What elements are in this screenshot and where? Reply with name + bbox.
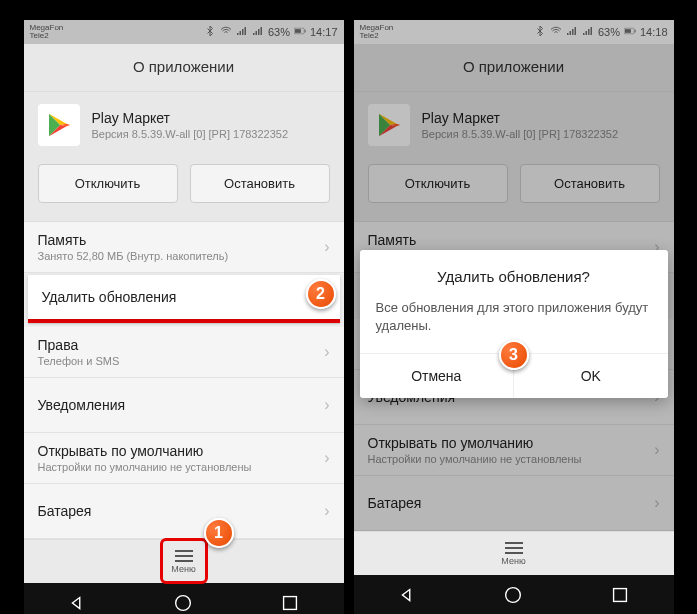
delete-updates-label: Удалить обновления — [28, 275, 340, 319]
bluetooth-icon — [534, 25, 546, 39]
open-default-title: Открывать по умолчанию — [38, 443, 252, 459]
annotation-badge-2: 2 — [306, 279, 336, 309]
delete-updates-popup[interactable]: Удалить обновления — [28, 275, 340, 319]
battery-text: 63% — [598, 26, 620, 38]
svg-point-14 — [506, 588, 521, 603]
svg-rect-10 — [635, 30, 636, 33]
svg-rect-9 — [625, 29, 631, 33]
home-icon[interactable] — [172, 592, 194, 614]
svg-rect-2 — [305, 30, 306, 33]
signal-icon-2 — [582, 25, 594, 39]
highlight-underline — [28, 319, 340, 323]
back-icon[interactable] — [396, 584, 418, 610]
memory-sub: Занято 52,80 МБ (Внутр. накопитель) — [38, 250, 229, 262]
svg-point-6 — [176, 596, 191, 611]
ok-button[interactable]: OK — [513, 354, 668, 398]
memory-title: Память — [38, 232, 229, 248]
open-default-sub: Настройки по умолчанию не установлены — [38, 461, 252, 473]
menu-bar[interactable]: 1 Меню — [24, 539, 344, 583]
rights-title: Права — [38, 337, 120, 353]
battery-title: Батарея — [38, 503, 92, 519]
wifi-icon — [220, 25, 232, 39]
highlight-menu — [160, 538, 208, 584]
chevron-right-icon: › — [324, 449, 329, 467]
battery-icon — [624, 25, 636, 39]
signal-icon — [566, 25, 578, 39]
chevron-right-icon: › — [324, 396, 329, 414]
back-icon[interactable] — [66, 592, 88, 614]
svg-rect-15 — [614, 589, 627, 602]
chevron-right-icon: › — [324, 502, 329, 520]
hamburger-icon — [505, 542, 523, 554]
dialog-title: Удалить обновления? — [360, 250, 668, 295]
screen-right: MegaFon Tele2 63% 14:18 О приложении Pla… — [354, 20, 674, 614]
signal-icon-2 — [252, 25, 264, 39]
battery-text: 63% — [268, 26, 290, 38]
cancel-button[interactable]: Отмена — [360, 354, 514, 398]
annotation-badge-3: 3 — [499, 340, 529, 370]
status-bar: MegaFon Tele2 63% 14:17 — [24, 20, 344, 44]
battery-icon — [294, 25, 306, 39]
signal-icon — [236, 25, 248, 39]
row-memory[interactable]: Память Занято 52,80 МБ (Внутр. накопител… — [24, 222, 344, 273]
app-name: Play Маркет — [92, 110, 289, 126]
stop-button[interactable]: Остановить — [190, 164, 330, 203]
row-rights[interactable]: Права Телефон и SMS › — [24, 327, 344, 378]
screen-left: MegaFon Tele2 63% 14:17 О приложении — [24, 20, 344, 614]
disable-button[interactable]: Отключить — [38, 164, 178, 203]
recent-icon[interactable] — [279, 592, 301, 614]
recent-icon[interactable] — [609, 584, 631, 610]
menu-bar[interactable]: Меню — [354, 531, 674, 575]
play-store-icon — [38, 104, 80, 146]
nav-bar — [354, 575, 674, 614]
annotation-badge-1: 1 — [204, 518, 234, 548]
carrier-2: Tele2 — [30, 32, 64, 40]
status-bar: MegaFon Tele2 63% 14:18 — [354, 20, 674, 44]
row-battery[interactable]: Батарея › — [24, 484, 344, 539]
chevron-right-icon: › — [324, 343, 329, 361]
page-title: О приложении — [24, 44, 344, 92]
clock: 14:18 — [640, 26, 668, 38]
svg-rect-7 — [284, 597, 297, 610]
app-version: Версия 8.5.39.W-all [0] [PR] 178322352 — [92, 128, 289, 140]
nav-bar — [24, 583, 344, 614]
carrier-2: Tele2 — [360, 32, 394, 40]
row-notifications[interactable]: Уведомления › — [24, 378, 344, 433]
confirm-dialog: Удалить обновления? Все обновления для э… — [360, 250, 668, 398]
row-open-default[interactable]: Открывать по умолчанию Настройки по умол… — [24, 433, 344, 484]
wifi-icon — [550, 25, 562, 39]
clock: 14:17 — [310, 26, 338, 38]
svg-rect-1 — [295, 29, 301, 33]
chevron-right-icon: › — [324, 238, 329, 256]
notifications-title: Уведомления — [38, 397, 126, 413]
home-icon[interactable] — [502, 584, 524, 610]
menu-label: Меню — [501, 556, 525, 566]
app-info-block: Play Маркет Версия 8.5.39.W-all [0] [PR]… — [24, 92, 344, 158]
rights-sub: Телефон и SMS — [38, 355, 120, 367]
action-buttons: Отключить Остановить — [24, 158, 344, 222]
bluetooth-icon — [204, 25, 216, 39]
